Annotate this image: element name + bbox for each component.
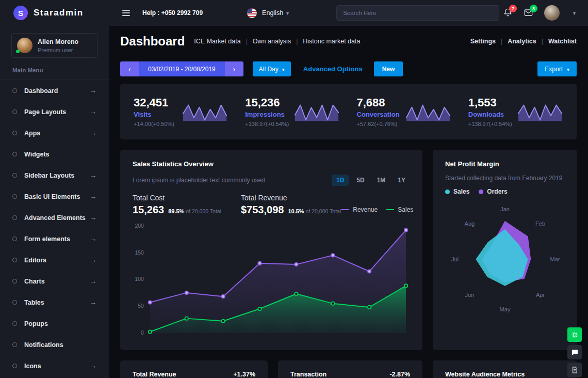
sidebar-item-sidebar-layouts[interactable]: Sidebar Layouts → bbox=[0, 165, 109, 186]
us-flag-icon[interactable] bbox=[247, 8, 257, 18]
stat-sparkline-chart bbox=[516, 100, 564, 123]
total-cost-pct: 89.5% bbox=[168, 208, 184, 214]
all-day-dropdown[interactable]: All Day▾ bbox=[253, 61, 291, 76]
brand[interactable]: S Staradmin bbox=[0, 0, 109, 26]
orders-dot bbox=[479, 190, 483, 194]
stat-value: 7,688 bbox=[357, 96, 400, 109]
sidebar-item-page-layouts[interactable]: Page Layouts → bbox=[0, 101, 109, 122]
chevron-right-icon: → bbox=[90, 129, 96, 137]
circle-icon bbox=[12, 364, 17, 368]
settings-gear-button[interactable] bbox=[567, 327, 582, 342]
quick-link-watchlist[interactable]: Watchlist bbox=[548, 38, 577, 45]
date-next-button[interactable]: › bbox=[225, 61, 243, 76]
chevron-right-icon: → bbox=[90, 362, 96, 370]
circle-icon bbox=[12, 258, 17, 262]
stat-delta: +57.62(+0.76%) bbox=[357, 121, 400, 127]
sidebar-item-notifications[interactable]: Notifications bbox=[0, 334, 109, 355]
sidebar: S Staradmin Allen Moreno Premium user Ma… bbox=[0, 0, 109, 378]
sidebar-item-popups[interactable]: Popups bbox=[0, 313, 109, 334]
chevron-down-icon[interactable]: ▾ bbox=[573, 10, 576, 16]
sidebar-item-label: Sidebar Layouts bbox=[24, 172, 90, 179]
tab-1y[interactable]: 1Y bbox=[393, 175, 410, 186]
sidebar-item-dashboard[interactable]: Dashboard → bbox=[0, 80, 109, 101]
sidebar-item-widgets[interactable]: Widgets bbox=[0, 144, 109, 165]
separator: | bbox=[296, 38, 298, 45]
user-avatar[interactable] bbox=[544, 5, 560, 21]
circle-icon bbox=[12, 279, 17, 284]
bottom-card-delta: -2.87% bbox=[389, 371, 410, 378]
revenue-legend-swatch bbox=[341, 209, 349, 211]
sidebar-item-form-elements[interactable]: Form elements → bbox=[0, 228, 109, 249]
radar-legend: Sales Orders bbox=[445, 188, 565, 195]
sidebar-item-label: Icons bbox=[24, 363, 90, 370]
date-prev-button[interactable]: ‹ bbox=[120, 61, 139, 76]
sidebar-item-label: Widgets bbox=[24, 151, 96, 158]
separator: | bbox=[542, 38, 543, 45]
sidebar-item-label: Dashboard bbox=[24, 87, 90, 94]
stat-value: 15,236 bbox=[245, 96, 289, 109]
tab-1m[interactable]: 1M bbox=[372, 175, 390, 186]
sidebar-item-basic-ui-elements[interactable]: Basic UI Elements → bbox=[0, 186, 109, 207]
chat-button[interactable] bbox=[567, 345, 582, 359]
stat-sparkline-chart bbox=[293, 100, 340, 123]
page-title: Dashboard bbox=[120, 34, 185, 49]
line-chart-legend: Revenue Sales bbox=[341, 206, 413, 216]
total-cost: Total Cost 15,263 89.5% of 20,000 Total bbox=[133, 194, 221, 216]
sidebar-item-editors[interactable]: Editors → bbox=[0, 249, 109, 271]
language-selector[interactable]: English bbox=[262, 9, 283, 17]
online-status-dot bbox=[16, 50, 20, 53]
svg-text:200: 200 bbox=[135, 223, 144, 229]
brand-name: Staradmin bbox=[34, 8, 84, 18]
sales-legend-swatch bbox=[386, 209, 394, 211]
header-link-own-analysis[interactable]: Own analysis bbox=[253, 38, 291, 45]
circle-icon bbox=[12, 152, 17, 156]
export-dropdown[interactable]: Export▾ bbox=[537, 61, 577, 76]
sales-line-chart: 050100150200 bbox=[133, 218, 410, 342]
sidebar-item-icons[interactable]: Icons → bbox=[0, 355, 109, 376]
tab-5d[interactable]: 5D bbox=[352, 175, 369, 186]
messages-mail-icon[interactable]: 3 bbox=[524, 8, 534, 18]
card-title: Net Profit Margin bbox=[445, 160, 565, 168]
sidebar-item-advanced-elements[interactable]: Advanced Elements → bbox=[0, 207, 109, 228]
quick-link-analytics[interactable]: Analytics bbox=[508, 38, 536, 45]
sidebar-item-tables[interactable]: Tables → bbox=[0, 292, 109, 313]
toolbar: ‹ 03/02/2019 - 20/08/2019 › All Day▾ Adv… bbox=[120, 61, 577, 76]
all-day-label: All Day bbox=[259, 66, 279, 73]
menu-toggle-icon[interactable] bbox=[122, 10, 130, 16]
circle-icon bbox=[12, 194, 17, 199]
bottom-card-title: Total Revenue bbox=[133, 371, 176, 378]
circle-icon bbox=[12, 342, 17, 347]
total-revenue-card: Total Revenue +1.37% bbox=[120, 360, 268, 378]
sidebar-item-apps[interactable]: Apps → bbox=[0, 122, 109, 144]
stat-sparkline-chart bbox=[181, 100, 228, 123]
help-phone: Help : +050 2992 709 bbox=[142, 9, 203, 17]
stats-summary-card: 32,451 Visits +14.00(+0.50%) 15,236 Impr… bbox=[120, 84, 577, 139]
total-cost-label: Total Cost bbox=[133, 194, 221, 202]
header-link-ice-market-data[interactable]: ICE Market data bbox=[194, 38, 240, 45]
sidebar-item-label: Notifications bbox=[24, 341, 96, 349]
new-button[interactable]: New bbox=[374, 61, 403, 76]
svg-text:Jul: Jul bbox=[451, 256, 459, 262]
profile-name: Allen Moreno bbox=[38, 38, 78, 45]
tab-1d[interactable]: 1D bbox=[332, 175, 349, 186]
svg-text:Jun: Jun bbox=[465, 292, 475, 298]
app-root: S Staradmin Allen Moreno Premium user Ma… bbox=[0, 0, 588, 378]
revenue-legend-label: Revenue bbox=[353, 206, 378, 213]
total-cost-value: 15,263 bbox=[133, 204, 164, 216]
circle-icon bbox=[12, 300, 17, 305]
stat-label: Impressions bbox=[245, 111, 289, 118]
profile-card[interactable]: Allen Moreno Premium user bbox=[11, 33, 97, 58]
stat-label: Conversation bbox=[357, 111, 400, 118]
header-link-historic-market-data[interactable]: Historic market data bbox=[303, 38, 360, 45]
advanced-options-link[interactable]: Advanced Options bbox=[303, 65, 363, 73]
search-input[interactable] bbox=[336, 5, 499, 21]
sidebar-item-charts[interactable]: Charts → bbox=[0, 271, 109, 292]
document-button[interactable] bbox=[567, 363, 582, 377]
svg-text:Jan: Jan bbox=[500, 206, 510, 212]
radar-sales-label: Sales bbox=[453, 188, 469, 195]
sidebar-item-label: Popups bbox=[24, 320, 96, 327]
chevron-down-icon: ▾ bbox=[567, 67, 569, 72]
date-range-button[interactable]: 03/02/2019 - 20/08/2019 bbox=[139, 61, 225, 76]
notifications-bell-icon[interactable]: 7 bbox=[503, 8, 513, 18]
quick-link-settings[interactable]: Settings bbox=[470, 38, 496, 45]
